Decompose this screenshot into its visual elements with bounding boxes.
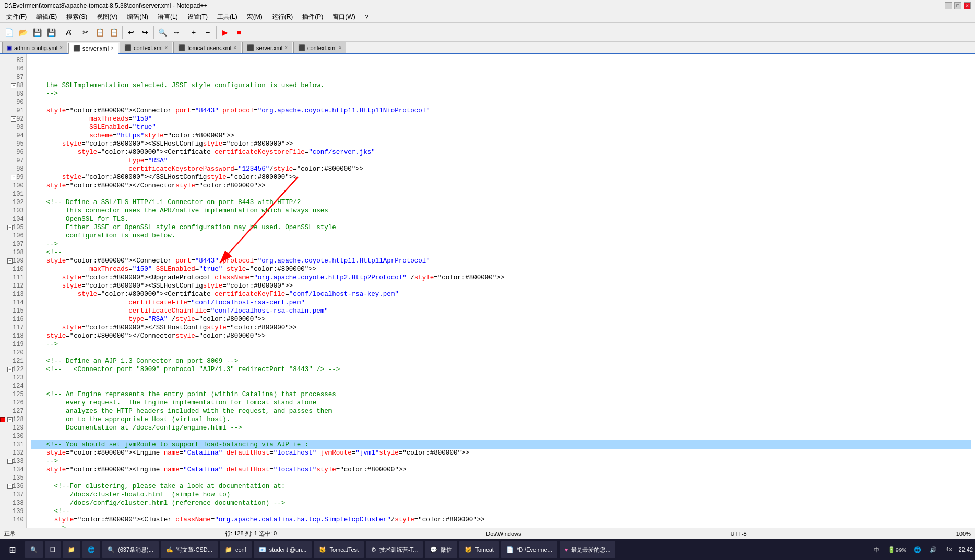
- code-line-94: type="RSA": [31, 157, 971, 165]
- line-number-114: 114: [0, 299, 26, 307]
- menu-item-E[interactable]: 编辑(E): [32, 11, 61, 22]
- copy-button[interactable]: 📋: [93, 26, 106, 39]
- line-number-139: 139: [0, 507, 26, 516]
- menu-item-P[interactable]: 插件(P): [298, 11, 327, 22]
- zoom-in-button[interactable]: +: [187, 26, 200, 39]
- taskbar-task-view[interactable]: ❏: [45, 541, 61, 558]
- line-num-text-139: 139: [13, 508, 24, 515]
- tab-2[interactable]: ⬛context.xml×: [120, 42, 172, 53]
- menu-item-L[interactable]: 工具(L): [213, 11, 242, 22]
- line-number-105: −105: [0, 223, 26, 232]
- cut-button[interactable]: ✂: [79, 26, 92, 39]
- fold-marker-92[interactable]: −: [11, 116, 16, 122]
- fold-marker-105[interactable]: −: [7, 225, 13, 230]
- taskbar-browser[interactable]: 🌐: [82, 541, 100, 558]
- taskbar-notepad[interactable]: 📄 *D:\Eveirme...: [501, 541, 557, 558]
- fold-marker-109[interactable]: −: [7, 258, 13, 264]
- tab-close-2[interactable]: ×: [165, 45, 168, 51]
- code-content-131: style="color:#800000"><Engine name="Cata…: [31, 466, 407, 474]
- tab-close-5[interactable]: ×: [339, 45, 342, 51]
- line-num-text-114: 114: [13, 299, 24, 306]
- new-button[interactable]: 📄: [2, 26, 16, 39]
- tab-close-1[interactable]: ×: [111, 45, 114, 51]
- line-num-text-108: 108: [13, 249, 24, 256]
- code-content-90: SSLEnabled="true": [31, 123, 156, 132]
- print-button[interactable]: 🖨: [62, 26, 75, 39]
- fold-marker-99[interactable]: −: [11, 175, 16, 180]
- start-button[interactable]: ⊞: [2, 541, 23, 558]
- taskbar-write[interactable]: ✍ 写文章-CSD...: [161, 541, 218, 558]
- menu-item-V[interactable]: 视图(V): [92, 11, 122, 22]
- code-content-102: Either JSSE or OpenSSL style configurati…: [31, 223, 336, 232]
- paste-button[interactable]: 📋: [107, 26, 121, 39]
- lang-indicator[interactable]: 中: [872, 546, 882, 554]
- tab-close-3[interactable]: ×: [233, 45, 236, 51]
- line-number-97: 97: [0, 157, 26, 165]
- save-button[interactable]: 💾: [30, 26, 44, 39]
- taskbar-training[interactable]: ⚙ 技术训练营-T...: [366, 541, 423, 558]
- taskbar-wechat[interactable]: 💬 微信: [425, 541, 457, 558]
- menu-item-[interactable]: ?: [361, 13, 373, 22]
- taskbar-explorer[interactable]: 📁: [63, 541, 80, 558]
- code-area[interactable]: the SSLImplementation selected. JSSE sty…: [27, 54, 975, 528]
- menu-item-N[interactable]: 编码(N): [123, 11, 152, 22]
- taskbar-student[interactable]: 📧 student @un...: [254, 541, 312, 558]
- open-button[interactable]: 📂: [16, 26, 30, 39]
- line-num-text-89: 89: [16, 90, 23, 98]
- line-num-text-92: 92: [16, 115, 23, 123]
- taskbar-tomcattest[interactable]: 🐱 TomcatTest: [314, 541, 364, 558]
- taskbar-tomcat[interactable]: 🐱 Tomcat: [459, 541, 498, 558]
- undo-button[interactable]: ↩: [124, 26, 138, 39]
- line-num-text-87: 87: [16, 74, 23, 81]
- fold-marker-122[interactable]: −: [7, 367, 13, 372]
- line-num-text-86: 86: [16, 65, 23, 73]
- taskbar-love[interactable]: ♥ 最是最爱的您...: [560, 541, 616, 558]
- line-number-98: 98: [0, 165, 26, 173]
- tab-close-0[interactable]: ×: [60, 45, 63, 51]
- redo-button[interactable]: ↪: [138, 26, 152, 39]
- line-num-text-98: 98: [16, 165, 23, 173]
- maximize-button[interactable]: □: [954, 2, 961, 9]
- fold-marker-128[interactable]: −: [7, 417, 13, 422]
- stop-button[interactable]: ■: [232, 26, 246, 39]
- run-button[interactable]: ▶: [218, 26, 232, 39]
- fold-marker-88[interactable]: −: [11, 83, 16, 88]
- line-num-text-94: 94: [16, 132, 23, 139]
- student-icon: 📧: [259, 546, 266, 553]
- fold-marker-133[interactable]: −: [7, 459, 13, 464]
- menu-item-S[interactable]: 搜索(S): [62, 11, 91, 22]
- minimize-button[interactable]: —: [945, 2, 952, 9]
- line-num-text-125: 125: [13, 391, 24, 398]
- close-button[interactable]: ✕: [964, 2, 971, 9]
- tab-0[interactable]: ▣admin-config.yml×: [2, 42, 67, 53]
- tab-close-4[interactable]: ×: [284, 45, 288, 51]
- replace-button[interactable]: ↔: [170, 26, 183, 39]
- tab-1[interactable]: ⬛server.xml×: [68, 43, 118, 54]
- zoom-out-button[interactable]: −: [201, 26, 215, 39]
- menu-item-M[interactable]: 宏(M): [243, 11, 267, 22]
- taskbar-search[interactable]: 🔍: [25, 541, 43, 558]
- clock: 22:42: [958, 546, 973, 553]
- menu-item-W[interactable]: 窗口(W): [328, 11, 359, 22]
- menu-item-F[interactable]: 文件(F): [2, 11, 31, 22]
- find-button[interactable]: 🔍: [156, 26, 169, 39]
- menu-item-T[interactable]: 设置(T): [183, 11, 212, 22]
- line-number-111: 111: [0, 273, 26, 282]
- status-zoom: 100%: [956, 531, 971, 537]
- tab-5[interactable]: ⬛context.xml×: [293, 42, 346, 53]
- taskbar-conf[interactable]: 📁 conf: [220, 541, 252, 558]
- menu-item-L[interactable]: 语言(L): [153, 11, 182, 22]
- fold-marker-136[interactable]: −: [7, 484, 13, 489]
- code-line-122: <!-- An Engine represents the entry poin…: [31, 390, 971, 399]
- code-content-92: style="color:#800000"><SSLHostConfigstyl…: [31, 140, 293, 148]
- menu-item-R[interactable]: 运行(R): [268, 11, 298, 22]
- line-num-text-126: 126: [13, 399, 24, 407]
- save-all-button[interactable]: 💾: [44, 26, 58, 39]
- line-number-125: 125: [0, 390, 26, 399]
- tab-3[interactable]: ⬛tomcat-users.xml×: [173, 42, 241, 53]
- taskbar-csd[interactable]: 🔍 (637条消息)...: [102, 541, 159, 558]
- tomcattest-label: TomcatTest: [329, 546, 359, 553]
- code-content-96: style="color:#800000"></SSLHostConfigsty…: [31, 173, 297, 182]
- tab-4[interactable]: ⬛server.xml×: [242, 42, 292, 53]
- line-num-text-90: 90: [16, 99, 23, 106]
